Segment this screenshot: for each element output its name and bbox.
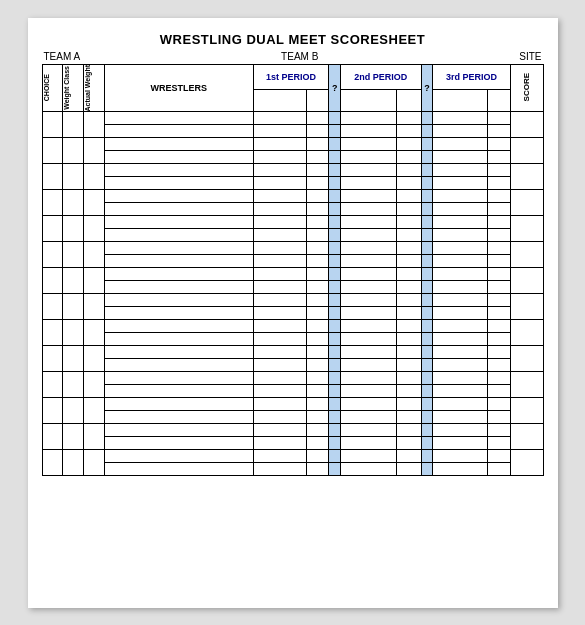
p3-sub-cell <box>487 346 510 359</box>
wrestler-name-cell-b <box>104 333 253 346</box>
p1-sub-cell <box>306 372 329 385</box>
p1-sub-cell-b <box>306 151 329 164</box>
p3-sub-cell-b <box>487 359 510 372</box>
sep2-cell-b <box>421 229 433 242</box>
table-row <box>42 164 543 177</box>
p2-sub-cell-b <box>397 385 421 398</box>
col-header-weight-class: Weight Class <box>63 64 84 112</box>
p1-main-cell <box>253 216 306 229</box>
p1-sub-cell-b <box>306 463 329 476</box>
p2-sub-cell <box>397 398 421 411</box>
p1-sub1 <box>253 90 306 112</box>
p2-sub-cell-b <box>397 229 421 242</box>
p3-main-cell <box>433 372 487 385</box>
actual-weight-cell <box>84 398 105 424</box>
p2-main-cell-b <box>341 255 397 268</box>
p1-sub-cell-b <box>306 411 329 424</box>
p2-sub-cell-b <box>397 177 421 190</box>
p1-sub-cell-b <box>306 203 329 216</box>
p3-sub-cell <box>487 138 510 151</box>
weight-class-cell <box>63 450 84 476</box>
wrestler-name-cell-b <box>104 307 253 320</box>
actual-weight-cell <box>84 424 105 450</box>
team-a-label: TEAM A <box>44 51 81 62</box>
choice-cell <box>42 372 63 398</box>
p1-main-cell <box>253 372 306 385</box>
table-row <box>42 177 543 190</box>
p3-main-cell-b <box>433 151 487 164</box>
wrestler-name-cell-b <box>104 411 253 424</box>
p3-sub-cell <box>487 372 510 385</box>
table-row <box>42 112 543 125</box>
p2-main-cell-b <box>341 385 397 398</box>
p1-sub-cell-b <box>306 229 329 242</box>
p3-sub-cell-b <box>487 281 510 294</box>
p2-main-cell-b <box>341 359 397 372</box>
p3-sub-cell <box>487 450 510 463</box>
weight-class-cell <box>63 138 84 164</box>
table-row <box>42 333 543 346</box>
wrestler-name-cell-b <box>104 255 253 268</box>
p2-sub-cell-b <box>397 151 421 164</box>
table-row <box>42 307 543 320</box>
p2-main-cell <box>341 398 397 411</box>
score-cell <box>510 268 543 294</box>
actual-weight-cell <box>84 346 105 372</box>
p2-sub-cell-b <box>397 281 421 294</box>
sep2-cell <box>421 190 433 203</box>
p3-main-cell <box>433 138 487 151</box>
p1-sub-cell-b <box>306 255 329 268</box>
page: WRESTLING DUAL MEET SCORESHEET TEAM A TE… <box>28 18 558 608</box>
wrestler-name-cell <box>104 216 253 229</box>
p1-main-cell-b <box>253 151 306 164</box>
p1-main-cell-b <box>253 177 306 190</box>
table-row <box>42 216 543 229</box>
p2-main-cell-b <box>341 437 397 450</box>
sep1-header: ? <box>329 64 341 112</box>
p2-main-cell <box>341 450 397 463</box>
choice-cell <box>42 450 63 476</box>
sep1-cell <box>329 424 341 437</box>
p1-sub-cell <box>306 424 329 437</box>
sep2-cell-b <box>421 463 433 476</box>
p2-sub-cell <box>397 424 421 437</box>
p3-main-cell <box>433 294 487 307</box>
wrestler-name-cell <box>104 450 253 463</box>
p2-sub-cell-b <box>397 255 421 268</box>
p3-sub-cell-b <box>487 229 510 242</box>
p3-sub-cell-b <box>487 307 510 320</box>
sep1-cell-b <box>329 411 341 424</box>
score-cell <box>510 398 543 424</box>
p2-main-cell <box>341 320 397 333</box>
weight-class-cell <box>63 320 84 346</box>
p2-main-cell <box>341 216 397 229</box>
p1-main-cell <box>253 346 306 359</box>
p3-sub-cell <box>487 112 510 125</box>
table-row <box>42 372 543 385</box>
p2-sub-cell <box>397 268 421 281</box>
choice-cell <box>42 190 63 216</box>
table-row <box>42 255 543 268</box>
p1-main-cell-b <box>253 333 306 346</box>
sep1-cell <box>329 112 341 125</box>
p1-main-cell-b <box>253 229 306 242</box>
table-row <box>42 411 543 424</box>
sep1-cell <box>329 242 341 255</box>
score-cell <box>510 190 543 216</box>
p3-sub-cell-b <box>487 385 510 398</box>
p1-main-cell <box>253 294 306 307</box>
actual-weight-cell <box>84 164 105 190</box>
p2-main-cell-b <box>341 177 397 190</box>
wrestler-name-cell <box>104 320 253 333</box>
wrestler-name-cell-b <box>104 281 253 294</box>
sep1-cell-b <box>329 203 341 216</box>
p2-sub-cell <box>397 294 421 307</box>
p3-main-cell <box>433 112 487 125</box>
table-row <box>42 281 543 294</box>
score-cell <box>510 138 543 164</box>
sep2-header: ? <box>421 64 433 112</box>
score-cell <box>510 320 543 346</box>
p2-sub2 <box>397 90 421 112</box>
sep1-cell <box>329 294 341 307</box>
p1-main-cell <box>253 424 306 437</box>
